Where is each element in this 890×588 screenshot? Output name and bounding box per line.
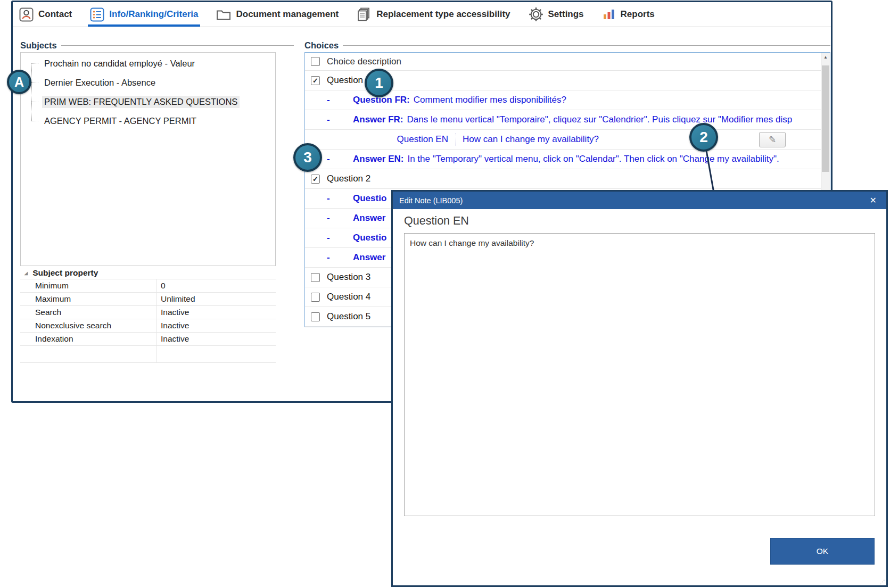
tab-info-ranking-criteria[interactable]: Info/Ranking/Criteria: [88, 2, 200, 27]
note-textarea[interactable]: How can I change my availability?: [404, 233, 875, 516]
subject-property-title: Subject property: [32, 268, 98, 278]
annotation-badge-1: 1: [365, 69, 393, 97]
qa-label: Questio: [353, 233, 386, 243]
dash-bullet-icon: -: [327, 95, 353, 105]
property-row[interactable]: Minimum0: [20, 279, 276, 293]
scrollbar-thumb[interactable]: [822, 65, 829, 172]
tree-branch-dots: [31, 63, 38, 64]
property-name: Search: [20, 306, 156, 319]
edit-note-button[interactable]: ✎: [759, 132, 786, 147]
qa-label: Questio: [353, 193, 386, 204]
edit-note-dialog: Edit Note (LIB005) ✕ Question EN How can…: [391, 190, 888, 587]
choice-row-detail[interactable]: -Answer EN:In the "Temporary" vertical m…: [305, 150, 821, 169]
folder-icon: [216, 7, 231, 21]
choice-checkbox[interactable]: [311, 273, 320, 282]
list-icon: [90, 7, 104, 22]
property-name: Maximum: [20, 293, 156, 305]
subject-item-label: Dernier Execution - Absence: [42, 77, 158, 89]
dash-bullet-icon: -: [327, 233, 353, 243]
property-row[interactable]: IndexationInactive: [20, 333, 276, 346]
choice-checkbox[interactable]: ✓: [311, 175, 320, 184]
property-row[interactable]: SearchInactive: [20, 306, 276, 319]
choice-label: Question 3: [327, 272, 370, 283]
annotation-badge-3: 3: [293, 143, 322, 172]
property-value: Inactive: [156, 306, 276, 319]
documents-icon: [357, 7, 372, 22]
pencil-icon: ✎: [769, 134, 776, 145]
qa-text: Dans le menu vertical "Temporaire", cliq…: [407, 114, 792, 125]
property-name: Minimum: [20, 279, 156, 292]
property-name-cell: [20, 346, 156, 362]
contact-person-icon: [19, 7, 34, 22]
screenshot-stage: ContactInfo/Ranking/CriteriaDocument man…: [0, 0, 890, 588]
tab-replacement-type-accessibility[interactable]: Replacement type accessibility: [355, 2, 512, 27]
subject-item[interactable]: Dernier Execution - Absence: [21, 73, 275, 92]
choice-checkbox[interactable]: ✓: [311, 76, 320, 85]
property-row-empty: [20, 346, 276, 363]
ok-button[interactable]: OK: [770, 538, 875, 565]
property-name: Nonexclusive search: [20, 319, 156, 332]
active-tab-underline: [88, 24, 200, 27]
property-value: Inactive: [156, 333, 276, 345]
subject-item-label: AGENCY PERMIT - AGENCY PERMIT: [42, 115, 199, 127]
property-value: 0: [156, 279, 276, 292]
property-row[interactable]: MaximumUnlimited: [20, 293, 276, 306]
tab-label: Info/Ranking/Criteria: [109, 9, 198, 20]
choices-header-label: Choice description: [327, 56, 401, 67]
subject-item[interactable]: PRIM WEB: FREQUENTLY ASKED QUESTIONS: [21, 92, 275, 111]
note-field-label: Question EN: [404, 214, 886, 228]
choice-row-detail[interactable]: -Answer FR:Dans le menu vertical "Tempor…: [305, 110, 821, 130]
dash-bullet-icon: -: [327, 252, 353, 263]
resize-grip-icon[interactable]: ⋰: [880, 579, 885, 585]
dialog-titlebar[interactable]: Edit Note (LIB005) ✕: [393, 192, 886, 209]
subjects-group-title: Subjects: [20, 40, 294, 51]
tab-settings[interactable]: Settings: [526, 2, 586, 27]
choices-title-rule: [343, 45, 830, 46]
subjects-tree: Prochain no candidat employé - ValeurDer…: [20, 52, 276, 266]
tab-label: Replacement type accessibility: [376, 9, 510, 20]
tab-label: Settings: [548, 9, 584, 20]
subject-item-label: PRIM WEB: FREQUENTLY ASKED QUESTIONS: [42, 96, 240, 108]
property-row[interactable]: Nonexclusive searchInactive: [20, 319, 276, 333]
property-value-cell: [156, 346, 276, 362]
edit-field-label: Question EN: [305, 134, 456, 145]
dash-bullet-icon: -: [327, 193, 353, 204]
subject-property-header[interactable]: ◢ Subject property: [20, 267, 276, 279]
choice-label: Question 5: [327, 311, 370, 322]
choice-checkbox[interactable]: [311, 293, 320, 302]
gear-icon: [529, 7, 543, 22]
dash-bullet-icon: -: [327, 114, 353, 125]
qa-label: Answer FR:: [353, 114, 403, 125]
property-value: Unlimited: [156, 293, 276, 305]
annotation-badge-a: A: [7, 70, 31, 94]
tab-label: Reports: [621, 9, 655, 20]
subject-item[interactable]: AGENCY PERMIT - AGENCY PERMIT: [21, 111, 275, 130]
scroll-up-button[interactable]: ▲: [821, 53, 830, 62]
choice-row-edit[interactable]: Question ENHow can I change my availabil…: [305, 130, 821, 150]
qa-text: In the "Temporary" vertical menu, click …: [407, 154, 779, 164]
tab-label: Document management: [236, 9, 339, 20]
tab-document-management[interactable]: Document management: [214, 2, 341, 27]
qa-label: Answer: [353, 213, 385, 223]
choices-group-title: Choices: [304, 40, 830, 51]
dash-bullet-icon: -: [327, 213, 353, 223]
choice-row-question[interactable]: ✓Question 2: [305, 169, 821, 189]
dialog-title: Edit Note (LIB005): [399, 196, 463, 205]
tree-branch-dots: [31, 121, 38, 121]
tab-reports[interactable]: Reports: [600, 2, 657, 27]
property-value: Inactive: [156, 319, 276, 332]
subject-property-rows: Minimum0MaximumUnlimitedSearchInactiveNo…: [20, 279, 276, 346]
choices-title-label: Choices: [304, 40, 339, 51]
select-all-checkbox[interactable]: [311, 57, 320, 66]
qa-label: Answer: [353, 252, 385, 263]
collapse-triangle-icon: ◢: [24, 271, 28, 276]
subject-item[interactable]: Prochain no candidat employé - Valeur: [21, 54, 275, 73]
property-name: Indexation: [20, 333, 156, 345]
tree-branch-dots: [31, 102, 38, 102]
close-icon[interactable]: ✕: [867, 195, 880, 205]
qa-label: Answer EN:: [353, 154, 403, 164]
tab-contact[interactable]: Contact: [17, 2, 74, 27]
tree-branch-dots: [31, 82, 38, 83]
choices-header-row: Choice description: [305, 53, 821, 71]
choice-checkbox[interactable]: [311, 312, 320, 321]
